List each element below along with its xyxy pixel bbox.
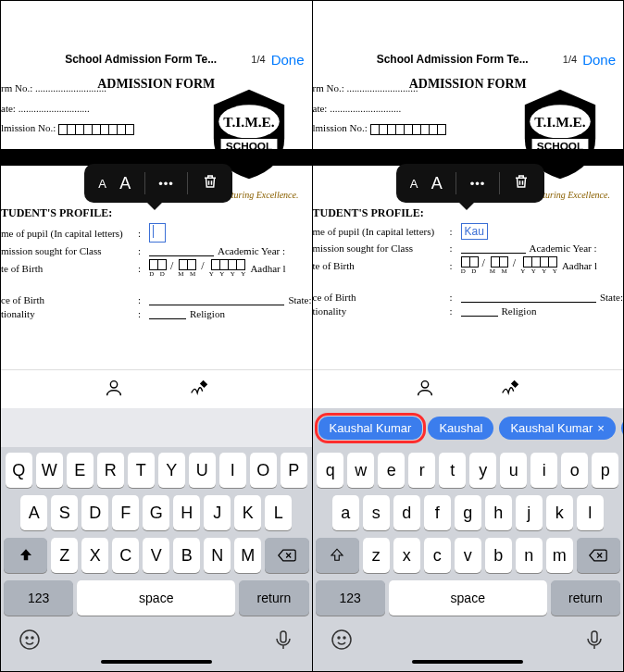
svg-point-15 <box>338 637 340 639</box>
svg-text:T.I.M.E.: T.I.M.E. <box>534 114 586 130</box>
font-small-button[interactable]: A <box>98 177 106 191</box>
name-input[interactable] <box>149 223 166 243</box>
trash-icon[interactable] <box>202 173 218 193</box>
profile-icon[interactable] <box>104 378 124 402</box>
profile-heading: TUDENT'S PROFILE: <box>313 206 624 220</box>
text-edit-popover: A A ••• <box>84 164 232 203</box>
more-button[interactable]: ••• <box>470 177 486 191</box>
done-button[interactable]: Done <box>271 52 305 68</box>
done-button[interactable]: Done <box>582 52 616 68</box>
mic-icon[interactable] <box>272 628 294 654</box>
profile-heading: TUDENT'S PROFILE: <box>1 206 312 220</box>
keyboard: QWERTYUIOP ASDFGHJKL ZXCVBNM 123 space r… <box>1 447 312 671</box>
document-view[interactable]: ADMISSION FORM rm No.: .................… <box>313 75 624 369</box>
navbar: School Admission Form Te... 1/4 Done <box>313 44 624 75</box>
nav-title: School Admission Form Te... <box>36 53 245 66</box>
space-key[interactable]: space <box>77 580 235 616</box>
suggestion-bar: Kaushal Kumar Kaushal Kaushal Kumar× K <box>313 408 624 447</box>
font-small-button[interactable]: A <box>410 177 418 191</box>
phone-right: School Admission Form Te... 1/4 Done ADM… <box>313 1 624 671</box>
phone-left: School Admission Form Te... 1/4 Done ADM… <box>1 1 313 671</box>
page-indicator: 1/4 <box>563 54 577 65</box>
mic-icon[interactable] <box>583 628 605 654</box>
key-q[interactable]: Q <box>6 453 32 488</box>
suggestion-pill-1[interactable]: Kaushal Kumar <box>318 417 423 440</box>
shift-key[interactable] <box>316 538 359 573</box>
return-key[interactable]: return <box>239 580 308 616</box>
signature-icon[interactable] <box>500 378 520 402</box>
backspace-key[interactable] <box>577 538 620 573</box>
svg-point-7 <box>31 637 33 639</box>
nav-title: School Admission Form Te... <box>348 53 557 66</box>
trash-icon[interactable] <box>513 173 530 193</box>
suggestion-bar <box>1 408 312 447</box>
profile-icon[interactable] <box>415 378 435 402</box>
text-edit-popover: A A ••• <box>396 164 544 203</box>
svg-point-5 <box>20 630 39 649</box>
document-view[interactable]: ADMISSION FORM rm No.: .................… <box>1 75 312 369</box>
shift-key[interactable] <box>4 538 47 573</box>
home-indicator[interactable] <box>412 660 523 664</box>
signature-icon[interactable] <box>189 378 209 402</box>
font-large-button[interactable]: A <box>119 174 131 193</box>
emoji-icon[interactable] <box>19 628 41 654</box>
svg-rect-8 <box>281 631 286 642</box>
numeric-key[interactable]: 123 <box>4 580 73 616</box>
numeric-key[interactable]: 123 <box>316 580 385 616</box>
svg-point-4 <box>110 380 117 387</box>
svg-point-6 <box>26 637 28 639</box>
toolbar <box>1 369 312 408</box>
backspace-key[interactable] <box>265 538 308 573</box>
space-key[interactable]: space <box>389 580 547 616</box>
home-indicator[interactable] <box>101 660 212 664</box>
statusbar <box>1 1 312 44</box>
font-large-button[interactable]: A <box>431 174 443 193</box>
close-icon[interactable]: × <box>597 421 605 435</box>
suggestion-pill-2[interactable]: Kaushal <box>428 417 493 440</box>
svg-point-13 <box>422 380 429 387</box>
page-indicator: 1/4 <box>251 54 265 65</box>
svg-text:T.I.M.E.: T.I.M.E. <box>223 114 275 130</box>
navbar: School Admission Form Te... 1/4 Done <box>1 44 312 75</box>
suggestion-pill-4[interactable]: K <box>621 417 623 440</box>
more-button[interactable]: ••• <box>158 177 174 191</box>
keyboard: qwertyuiop asdfghjkl zxcvbnm 123 space r… <box>313 447 624 671</box>
svg-point-14 <box>332 630 351 649</box>
svg-rect-17 <box>592 631 597 642</box>
toolbar <box>313 369 624 408</box>
statusbar <box>313 1 624 44</box>
return-key[interactable]: return <box>551 580 620 616</box>
suggestion-pill-3[interactable]: Kaushal Kumar× <box>499 417 615 440</box>
emoji-icon[interactable] <box>331 628 353 654</box>
name-input[interactable]: Kau <box>461 223 488 240</box>
svg-point-16 <box>343 637 345 639</box>
